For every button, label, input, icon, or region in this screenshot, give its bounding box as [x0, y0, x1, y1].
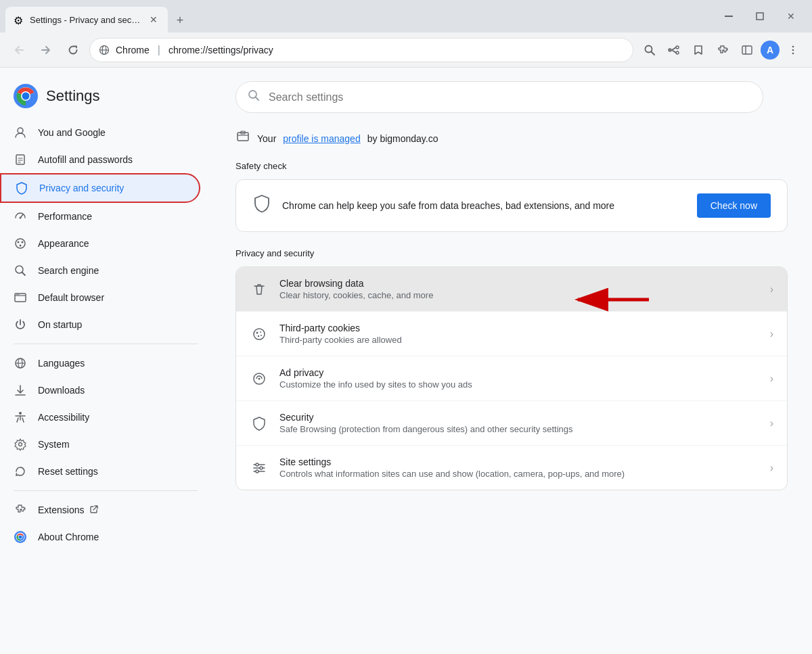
svg-point-19 [22, 93, 30, 100]
address-separator: | [158, 44, 160, 56]
site-settings-item[interactable]: Site settings Controls what information … [236, 446, 787, 490]
settings-title: Settings [46, 87, 100, 105]
sidebar-item-privacy[interactable]: Privacy and security [0, 173, 200, 203]
sidebar-item-label: Performance [38, 211, 92, 222]
sidebar-item-label: Extensions [38, 505, 84, 515]
accessibility-icon [14, 411, 27, 424]
clear-browsing-item[interactable]: Clear browsing data Clear history, cooki… [236, 267, 787, 312]
download-icon [14, 383, 27, 397]
svg-point-35 [16, 294, 18, 296]
svg-point-58 [258, 335, 259, 336]
safety-check-desc: Chrome can help keep you safe from data … [282, 200, 686, 211]
search-icon [247, 89, 261, 106]
minimize-button[interactable] [713, 5, 744, 27]
external-link-icon [89, 505, 99, 516]
close-button[interactable]: ✕ [775, 5, 807, 27]
ad-privacy-item[interactable]: Ad privacy Customize the info used by si… [236, 356, 787, 401]
svg-point-59 [261, 335, 262, 336]
svg-point-67 [260, 467, 263, 469]
svg-line-6 [652, 51, 655, 55]
sidebar-item-default-browser[interactable]: Default browser [0, 284, 200, 311]
sidebar-item-label: Default browser [38, 292, 104, 303]
svg-point-28 [18, 241, 20, 243]
sidebar-item-downloads[interactable]: Downloads [0, 377, 200, 404]
settings-body: Settings You and Google Autofill and pas… [0, 68, 812, 654]
security-item[interactable]: Security Safe Browsing (protection from … [236, 401, 787, 446]
search-icon [14, 264, 27, 277]
new-tab-button[interactable]: + [171, 11, 189, 30]
third-party-cookies-text: Third-party cookies Third-party cookies … [279, 323, 759, 345]
sidebar-item-appearance[interactable]: Appearance [0, 230, 200, 257]
sidebar-item-label: Autofill and passwords [38, 154, 133, 165]
sidebar-item-you-and-google[interactable]: You and Google [0, 119, 200, 146]
maximize-button[interactable] [744, 5, 775, 27]
reload-button[interactable] [62, 39, 84, 61]
menu-button[interactable] [782, 39, 804, 61]
svg-line-60 [256, 335, 256, 336]
address-bar[interactable]: Chrome | chrome://settings/privacy [89, 38, 633, 62]
privacy-section-title: Privacy and security [235, 248, 788, 258]
sidebar-item-extensions[interactable]: Extensions [0, 496, 200, 523]
bookmark-button[interactable] [687, 39, 709, 61]
sidebar-item-accessibility[interactable]: Accessibility [0, 404, 200, 431]
svg-point-57 [260, 331, 261, 333]
sidebar-item-reset[interactable]: Reset settings [0, 458, 200, 485]
extensions-button[interactable] [712, 39, 734, 61]
sidebar-item-search-engine[interactable]: Search engine [0, 257, 200, 284]
clear-browsing-desc: Clear history, cookies, cache, and more [279, 290, 759, 300]
sidebar-item-languages[interactable]: Languages [0, 350, 200, 377]
check-now-button[interactable]: Check now [697, 193, 771, 218]
palette-icon [14, 237, 27, 250]
svg-point-7 [676, 46, 679, 49]
person-icon [14, 126, 27, 139]
assignment-icon [14, 153, 27, 166]
third-party-name: Third-party cookies [279, 323, 759, 333]
svg-rect-21 [16, 155, 24, 164]
privacy-settings-list: Clear browsing data Clear history, cooki… [235, 266, 788, 490]
sidebar-item-system[interactable]: System [0, 431, 200, 458]
tab-title: Settings - Privacy and security [30, 15, 142, 25]
svg-line-32 [22, 273, 26, 276]
window-controls: ✕ [713, 5, 807, 32]
svg-point-56 [256, 331, 258, 333]
sidebar-item-label: Downloads [38, 385, 85, 396]
svg-point-62 [258, 377, 261, 379]
sidebar-item-label: Languages [38, 358, 85, 369]
share-button[interactable] [663, 39, 685, 61]
sidebar-item-performance[interactable]: Performance [0, 203, 200, 230]
svg-line-49 [256, 97, 259, 101]
back-button[interactable] [8, 39, 30, 61]
tab-close-button[interactable]: ✕ [148, 14, 160, 26]
search-bar[interactable] [235, 81, 763, 113]
svg-point-66 [256, 463, 258, 466]
svg-point-13 [792, 49, 794, 51]
main-content: Your profile is managed by bigmonday.co … [211, 68, 812, 654]
managed-banner: Your profile is managed by bigmonday.co [235, 129, 788, 147]
svg-point-14 [792, 52, 794, 54]
sidebar-item-about[interactable]: About Chrome [0, 523, 200, 551]
sidebar-toggle[interactable] [736, 39, 758, 61]
search-toolbar-button[interactable] [639, 39, 660, 61]
sidebar-item-autofill[interactable]: Autofill and passwords [0, 146, 200, 173]
managed-text-before: Your [257, 133, 276, 144]
active-tab[interactable]: ⚙ Settings - Privacy and security ✕ [5, 7, 168, 32]
ad-privacy-text: Ad privacy Customize the info used by si… [279, 367, 759, 390]
toolbar-right: A [639, 39, 804, 61]
search-input[interactable] [269, 91, 752, 103]
extension-icon [14, 503, 27, 517]
svg-point-36 [18, 294, 20, 296]
power-icon [14, 318, 27, 331]
managed-link[interactable]: profile is managed [283, 133, 360, 144]
safety-check-title: Safety check [235, 161, 788, 171]
forward-button[interactable] [35, 39, 57, 61]
site-settings-text: Site settings Controls what information … [279, 457, 759, 479]
svg-point-30 [20, 245, 22, 247]
profile-avatar[interactable]: A [761, 41, 780, 60]
sidebar-item-label: Search engine [38, 265, 99, 276]
third-party-cookies-item[interactable]: Third-party cookies Third-party cookies … [236, 312, 787, 356]
sidebar-item-label: Appearance [38, 238, 89, 249]
sidebar: Settings You and Google Autofill and pas… [0, 68, 211, 654]
refresh-icon [14, 465, 27, 478]
delete-icon [250, 280, 269, 299]
sidebar-item-on-startup[interactable]: On startup [0, 311, 200, 338]
